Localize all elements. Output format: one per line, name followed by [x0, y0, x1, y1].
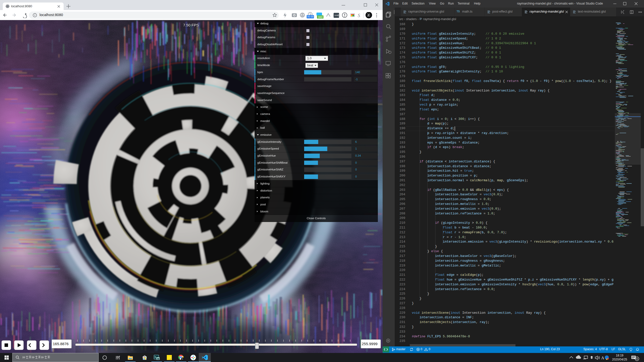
svg-text:163: 163 — [318, 16, 323, 19]
svg-text:A: A — [601, 356, 604, 360]
svg-text:05:00: 05:00 — [307, 15, 313, 18]
svg-text:C:\: C:\ — [157, 358, 160, 360]
svg-text:21: 21 — [635, 357, 638, 360]
svg-text:S: S — [358, 13, 360, 18]
